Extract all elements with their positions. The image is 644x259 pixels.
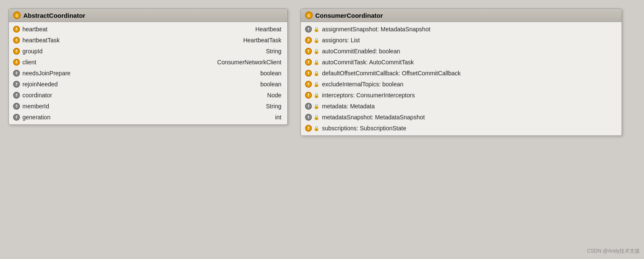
field-icon-wrapper: f 🔒 (305, 114, 319, 121)
lock-icon: 🔒 (314, 49, 319, 54)
field-icon-wrapper: f 🔒 (305, 125, 319, 132)
field-icon: f (305, 26, 312, 33)
field-type: int (275, 114, 283, 121)
table-row: f client ConsumerNetworkClient (9, 57, 287, 68)
field-icon: f (305, 37, 312, 44)
lock-icon: 🔒 (314, 115, 319, 120)
field-type: ConsumerNetworkClient (217, 59, 283, 66)
field-name: coordinator (22, 92, 265, 99)
field-name: client (22, 59, 215, 66)
table-row: f coordinator Node (9, 90, 287, 101)
table-row: f 🔒 assignors: List (301, 35, 622, 46)
field-name: defaultOffsetCommitCallback: OffsetCommi… (322, 70, 617, 77)
table-row: f 🔒 autoCommitEnabled: boolean (301, 46, 622, 57)
field-icon: f (305, 70, 312, 77)
field-icon: f (305, 114, 312, 121)
field-name: subscriptions: SubscriptionState (322, 125, 617, 132)
field-icon: f (305, 81, 312, 88)
consumer-coordinator-header: c ConsumerCoordinator (301, 9, 622, 22)
table-row: f generation int (9, 112, 287, 123)
consumer-coordinator-body: f 🔒 assignmentSnapshot: MetadataSnapshot… (301, 22, 622, 135)
watermark: CSDN @Andy技术支援 (587, 248, 640, 255)
abstract-coordinator-header: c AbstractCoordinator (9, 9, 287, 22)
field-name: groupId (22, 48, 263, 55)
table-row: f 🔒 defaultOffsetCommitCallback: OffsetC… (301, 68, 622, 79)
field-icon-wrapper: f 🔒 (305, 92, 319, 99)
field-type: String (266, 103, 283, 110)
field-type: HeartbeatTask (243, 37, 283, 44)
field-name: memberId (22, 103, 263, 110)
field-type: String (266, 48, 283, 55)
field-icon: f (305, 48, 312, 55)
field-icon-wrapper: f 🔒 (305, 37, 319, 44)
table-row: f 🔒 metadata: Metadata (301, 101, 622, 112)
lock-icon: 🔒 (314, 126, 319, 131)
lock-icon: 🔒 (314, 82, 319, 87)
field-icon: f (13, 92, 20, 99)
lock-icon: 🔒 (314, 71, 319, 76)
class-icon: c (13, 11, 21, 19)
field-icon-wrapper: f 🔒 (305, 103, 319, 110)
abstract-coordinator-box: c AbstractCoordinator f heartbeat Heartb… (8, 8, 288, 125)
lock-icon: 🔒 (314, 27, 319, 32)
field-icon: f (13, 37, 20, 44)
field-name: metadata: Metadata (322, 103, 617, 110)
field-icon: f (13, 59, 20, 66)
field-type: Node (267, 92, 283, 99)
table-row: f needsJoinPrepare boolean (9, 68, 287, 79)
field-name: assignmentSnapshot: MetadataSnapshot (322, 26, 617, 33)
field-icon-wrapper: f 🔒 (305, 70, 319, 77)
table-row: f rejoinNeeded boolean (9, 79, 287, 90)
field-name: interceptors: ConsumerInterceptors (322, 92, 617, 99)
field-type: Heartbeat (256, 26, 283, 33)
table-row: f 🔒 interceptors: ConsumerInterceptors (301, 90, 622, 101)
field-name: autoCommitEnabled: boolean (322, 48, 617, 55)
field-name: excludeInternalTopics: boolean (322, 81, 617, 88)
field-name: heartbeat (22, 26, 253, 33)
field-type: boolean (260, 70, 283, 77)
lock-icon: 🔒 (314, 60, 319, 65)
field-name: rejoinNeeded (22, 81, 258, 88)
field-icon: f (13, 103, 20, 110)
field-icon: f (13, 81, 20, 88)
consumer-coordinator-box: c ConsumerCoordinator f 🔒 assignmentSnap… (300, 8, 622, 136)
field-icon: f (13, 48, 20, 55)
field-icon-wrapper: f 🔒 (305, 48, 319, 55)
field-name: heartbeatTask (22, 37, 241, 44)
field-icon-wrapper: f 🔒 (305, 81, 319, 88)
field-icon: f (305, 59, 312, 66)
field-name: autoCommitTask: AutoCommitTask (322, 59, 617, 66)
field-type: boolean (260, 81, 283, 88)
consumer-coordinator-title: ConsumerCoordinator (315, 12, 383, 19)
class-icon-consumer: c (305, 11, 313, 19)
field-name: generation (22, 114, 272, 121)
field-icon-wrapper: f 🔒 (305, 26, 319, 33)
field-icon: f (305, 103, 312, 110)
field-icon: f (13, 26, 20, 33)
field-icon: f (305, 92, 312, 99)
field-icon: f (13, 114, 20, 121)
field-icon: f (305, 125, 312, 132)
table-row: f memberId String (9, 101, 287, 112)
lock-icon: 🔒 (314, 93, 319, 98)
field-name: metadataSnapshot: MetadataSnapshot (322, 114, 617, 121)
table-row: f 🔒 metadataSnapshot: MetadataSnapshot (301, 112, 622, 123)
table-row: f 🔒 autoCommitTask: AutoCommitTask (301, 57, 622, 68)
abstract-coordinator-title: AbstractCoordinator (23, 12, 85, 19)
table-row: f groupId String (9, 46, 287, 57)
table-row: f heartbeatTask HeartbeatTask (9, 35, 287, 46)
table-row: f 🔒 excludeInternalTopics: boolean (301, 79, 622, 90)
lock-icon: 🔒 (314, 104, 319, 109)
field-icon-wrapper: f 🔒 (305, 59, 319, 66)
abstract-coordinator-body: f heartbeat Heartbeat f heartbeatTask He… (9, 22, 287, 124)
table-row: f 🔒 subscriptions: SubscriptionState (301, 123, 622, 134)
table-row: f heartbeat Heartbeat (9, 24, 287, 35)
table-row: f 🔒 assignmentSnapshot: MetadataSnapshot (301, 24, 622, 35)
field-name: assignors: List (322, 37, 617, 44)
lock-icon: 🔒 (314, 38, 319, 43)
field-icon: f (13, 70, 20, 77)
field-name: needsJoinPrepare (22, 70, 258, 77)
